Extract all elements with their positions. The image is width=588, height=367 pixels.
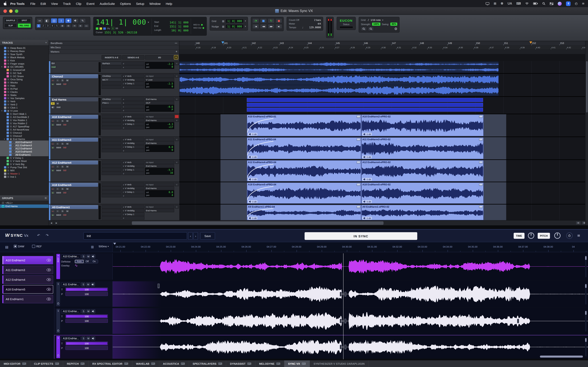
solo-button[interactable]: S — [51, 102, 55, 105]
next-preset-button[interactable]: › — [193, 232, 198, 240]
add-lane-button[interactable]: + — [175, 183, 179, 186]
timeline-marker[interactable] — [529, 42, 532, 44]
solo-indicator[interactable]: S — [111, 27, 114, 30]
clip-gain-badge[interactable]: 0 dB — [248, 133, 258, 136]
scroll-right-arrow[interactable]: ▶ — [54, 220, 59, 225]
window-length-select[interactable]: 500ms▾ — [99, 245, 109, 248]
lane-waveform-area[interactable] — [112, 253, 588, 280]
denoise-option-auto[interactable]: Auto — [75, 260, 84, 263]
track-header-a18-endharm5[interactable]: A18 EndHarm5●ISM◉waveredaV VerbbV VerbBi… — [49, 182, 179, 204]
add-lane-button[interactable]: + — [175, 118, 179, 122]
track-lane-a9-endharm1[interactable]: A9 EndHarm1-ePRO-040 dBA9 EndHarm1-ePRO-… — [179, 204, 585, 220]
sidebar-track-finger-snaps[interactable]: ∿Finger snaps — [0, 62, 49, 65]
input-monitor-button[interactable]: I — [55, 187, 60, 191]
metronome-button[interactable]: ◔ — [252, 18, 259, 23]
solo-button[interactable]: S — [60, 165, 65, 168]
dock-tab-synthesizer-v-studio-2araplugin[interactable]: SYNTHESIZER V STUDIO 2ARAPLUGIN — [310, 360, 369, 367]
daw-toggle[interactable]: DAW — [14, 245, 24, 248]
plugin-track-item-a12-endharm4[interactable]: A12 EndHarm4 — [2, 275, 53, 284]
insert-slot[interactable] — [102, 108, 121, 112]
solo-button[interactable]: S — [60, 142, 65, 145]
send-slot[interactable]: aV Verb — [122, 205, 144, 209]
lane-solo-button[interactable]: S — [81, 309, 86, 313]
bars-ruler[interactable]: 1401411421431441451461471481491501511521… — [179, 41, 585, 46]
plugin-track-item-a18-endharm5[interactable]: A18 EndHarm5 — [2, 285, 53, 294]
solo-button[interactable]: S — [60, 187, 65, 191]
sidebar-track-vox-riddim-2[interactable]: ∿Vox Riddim 2 — [0, 122, 49, 125]
nudge-icon[interactable]: ▦ — [222, 25, 224, 28]
sync-anchor-handle[interactable] — [158, 284, 160, 288]
view-list-icon[interactable]: ▤ — [5, 245, 9, 249]
insert-slot[interactable] — [102, 172, 121, 175]
clip-gain-badge[interactable]: 0 dB — [362, 217, 372, 220]
send-slot[interactable]: d — [122, 85, 144, 89]
clip-effects-icon[interactable] — [357, 138, 360, 141]
sync-anchor-handle[interactable] — [340, 345, 342, 349]
audio-clip-region[interactable] — [179, 74, 499, 96]
clip-effects-icon[interactable] — [479, 115, 483, 118]
plugin-menu-icon[interactable]: ≡ — [577, 233, 580, 238]
elastic-audio-button[interactable]: ◉ — [51, 83, 55, 86]
plugin-lane-a11-endhar[interactable]: 1A11 EndHar...SMT100P100 — [54, 281, 588, 307]
elastic-audio-button[interactable]: ◉ — [51, 169, 55, 172]
send-slot[interactable]: bV VerbBig — [122, 141, 144, 145]
input-monitor-button[interactable]: I — [55, 79, 60, 82]
track-header-chorus2[interactable]: Chorus2●ISM◉waveredChnlStrpMC77aV VerbbV… — [49, 74, 179, 97]
track-header-a11-endharm3[interactable]: A11 EndHarm3●ISM◉waveredaV VerbbV VerbBi… — [49, 137, 179, 160]
volume-pan-display[interactable]: vol-2.5pan0 — [145, 82, 174, 89]
return-to-zero-button[interactable]: |◀ — [252, 24, 259, 29]
plugin-timeline-ruler[interactable]: 04:21.0004:22.0004:23.0004:24.0004:25.00… — [112, 242, 588, 252]
fast-forward-button[interactable]: ▶▶ — [268, 24, 275, 29]
track-header-partial[interactable]: dynreadRePitchdevol-2.2pan0+ — [49, 61, 179, 74]
insert-slot[interactable] — [102, 122, 121, 126]
audio-clip[interactable]: A9 EndHarm1-ePRO-020 dB — [361, 205, 484, 220]
track-name[interactable]: A10 EndHarm2 — [51, 115, 98, 119]
io-output[interactable]: End Harms — [145, 118, 174, 122]
insert-slot[interactable] — [102, 194, 121, 197]
audio-clip[interactable]: A12 EndHarm4-ePRO-020 dB — [361, 160, 484, 181]
elastic-plugin-button[interactable]: red — [62, 123, 67, 126]
insert-slot[interactable] — [102, 209, 121, 212]
zoom-tool[interactable]: ↔ — [37, 18, 43, 23]
io-input[interactable]: no input — [145, 205, 174, 209]
sidebar-track-v-verb-short[interactable]: ∿V Verb Short — [0, 159, 49, 163]
audio-clip[interactable]: A18 EndHarm5-ePRO-020 dB — [361, 183, 484, 204]
scrubber-tool[interactable] — [72, 18, 79, 23]
slip-mode-button[interactable]: SLIP — [4, 23, 17, 28]
send-slot[interactable]: aV Verb — [122, 74, 144, 78]
track-header-end-harms[interactable]: End HarmsSMoverChnlStrpPSA-1abcdEnd Harm… — [49, 97, 179, 114]
add-lane-button[interactable]: + — [175, 74, 179, 78]
menu-setup[interactable]: Setup — [133, 2, 147, 5]
hscroll-thumb[interactable] — [132, 221, 383, 225]
denoise-option-off[interactable]: Off — [84, 260, 91, 263]
volume-pan-display[interactable]: vol0.0pan4 — [145, 190, 174, 197]
elastic-plugin-button[interactable]: red — [62, 191, 67, 194]
meter-value[interactable]: 4/4 — [318, 22, 321, 25]
sidebar-track-a4-neverknew[interactable]: ∿A4 NeverKnew — [0, 128, 49, 131]
sidebar-track-vox-riddim-1[interactable]: ∿Vox Riddim 1 — [0, 118, 49, 122]
send-slot[interactable]: aV Verb — [122, 138, 144, 141]
lane-power-icon[interactable] — [57, 302, 60, 305]
io-output[interactable]: V Love — [145, 78, 174, 81]
audio-clip[interactable]: A12 EndHarm4-ePRO-040 dB — [247, 160, 361, 181]
tab-transient-button[interactable]: ⇥ — [72, 24, 77, 28]
nudge-value[interactable]: 1| 0| 000 — [225, 24, 244, 29]
clip-gain-badge[interactable]: 0 dB — [362, 200, 372, 203]
elastic-plugin-button[interactable]: red — [62, 83, 67, 86]
lane-power-icon[interactable] — [57, 329, 60, 333]
send-slot[interactable]: d — [122, 62, 144, 65]
zoom-out-button[interactable]: ⊖ — [66, 24, 71, 28]
record-arm-button[interactable]: ● — [51, 187, 55, 191]
monitor-speaker-button[interactable] — [51, 106, 55, 109]
redo-icon[interactable]: ↷ — [46, 233, 49, 237]
insert-slot[interactable]: ChnlStrp — [102, 74, 121, 78]
search-icon[interactable] — [542, 2, 545, 5]
timeline-rulers[interactable]: 1401411421431441451461471481491501511521… — [179, 41, 585, 54]
prev-preset-button[interactable]: ‹ — [188, 232, 193, 240]
sidebar-track-a10-endharm2[interactable]: ∿A10 EndHarm2 — [0, 141, 49, 144]
tile-window-icon[interactable]: ⊞ — [494, 2, 496, 5]
insert-slot[interactable] — [102, 145, 121, 149]
menu-audiosuite[interactable]: AudioSuite — [97, 2, 117, 5]
track-name[interactable]: A9 EndHarm1 — [51, 205, 98, 209]
dock-tab-repitch[interactable]: REPITCH⌨ — [63, 360, 88, 367]
